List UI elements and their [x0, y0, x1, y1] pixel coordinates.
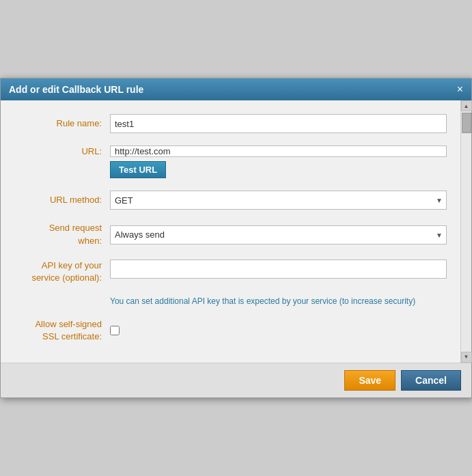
dialog-title: Add or edit Callback URL rule: [9, 84, 143, 95]
send-request-select[interactable]: Always send On success only On failure o…: [110, 225, 447, 244]
rule-name-label: Rule name:: [14, 117, 110, 130]
send-request-wrapper: Always send On success only On failure o…: [110, 225, 447, 244]
close-button[interactable]: ×: [457, 84, 463, 95]
api-key-info: You can set additional API key that is e…: [14, 296, 447, 306]
url-method-select[interactable]: GET POST PUT DELETE: [110, 191, 447, 210]
save-button[interactable]: Save: [344, 370, 395, 391]
send-request-row: Send request when: Always send On succes…: [14, 222, 447, 247]
test-url-button[interactable]: Test URL: [110, 161, 166, 178]
api-key-label: API key of your service (optional):: [14, 260, 110, 284]
dialog: Add or edit Callback URL rule × Rule nam…: [0, 78, 472, 397]
ssl-checkbox[interactable]: [110, 326, 120, 335]
url-row: URL: Test URL: [14, 145, 447, 178]
rule-name-input[interactable]: [110, 114, 447, 133]
url-method-wrapper: GET POST PUT DELETE ▼: [110, 191, 447, 210]
url-method-label: URL method:: [14, 194, 110, 206]
api-key-row: API key of your service (optional):: [14, 260, 447, 284]
url-section: Test URL: [110, 145, 447, 178]
dialog-body-area: Rule name: URL: Test URL URL method: GET…: [1, 100, 471, 362]
cancel-button[interactable]: Cancel: [401, 370, 461, 391]
rule-name-row: Rule name:: [14, 114, 447, 133]
info-text-plain: You can set additional API key that is e…: [110, 296, 342, 306]
info-text-link: to increase security: [342, 296, 413, 306]
form-body: Rule name: URL: Test URL URL method: GET…: [1, 100, 460, 362]
url-label: URL:: [14, 145, 110, 158]
dialog-header: Add or edit Callback URL rule ×: [1, 79, 471, 100]
url-method-row: URL method: GET POST PUT DELETE ▼: [14, 191, 447, 210]
ssl-label: Allow self-signed SSL certificate:: [14, 318, 110, 343]
ssl-row: Allow self-signed SSL certificate:: [14, 318, 447, 343]
scrollbar-thumb[interactable]: [462, 113, 471, 133]
send-request-label: Send request when:: [14, 222, 110, 247]
scrollbar[interactable]: ▲ ▼: [460, 100, 471, 362]
scroll-up-icon[interactable]: ▲: [461, 100, 472, 111]
url-input[interactable]: [110, 145, 447, 157]
api-key-input[interactable]: [110, 260, 447, 279]
info-text-end: ): [413, 296, 415, 306]
dialog-footer: Save Cancel: [1, 363, 471, 397]
scroll-down-icon[interactable]: ▼: [461, 352, 472, 363]
